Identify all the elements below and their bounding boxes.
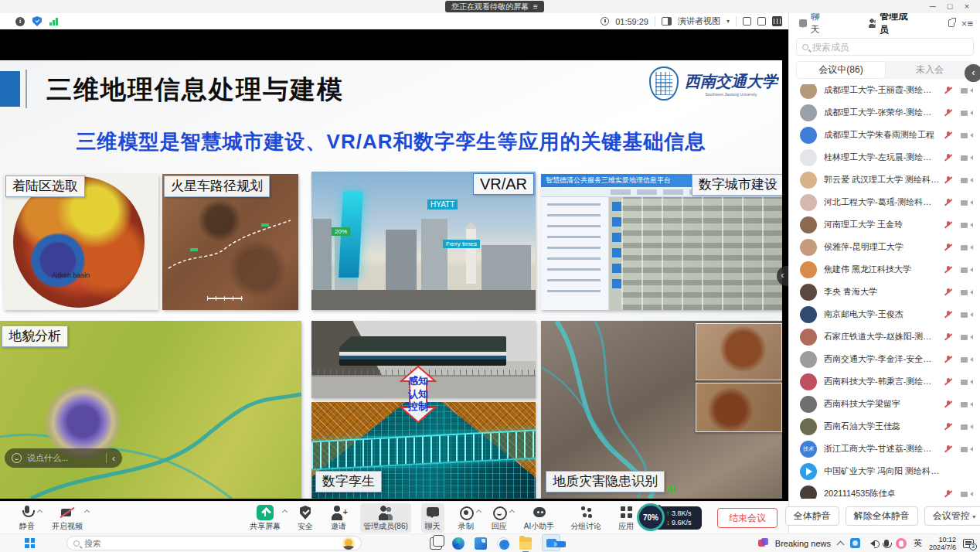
news-widget-icon[interactable]	[758, 538, 768, 548]
maximize-button[interactable]: □	[941, 0, 958, 12]
toolbar-item[interactable]: 管理成员(86)	[360, 503, 411, 533]
tab-in-meeting[interactable]: 会议中(86)	[796, 61, 886, 79]
mic-muted-icon[interactable]	[944, 355, 952, 364]
news-widget-label[interactable]: Breaking news	[775, 539, 831, 548]
member-row[interactable]: 西南石油大学王佳蕊	[789, 415, 980, 438]
toolbar-item[interactable]: 开启视频	[49, 503, 86, 533]
clock-date[interactable]: 10:12 2024/7/6	[929, 536, 956, 551]
member-row[interactable]: 技术 浙江工商大学-甘述荔-测绘科学与技术	[789, 438, 980, 460]
toolbar-item[interactable]: 安全	[294, 503, 317, 533]
camera-off-icon[interactable]	[961, 131, 971, 140]
notification-icon[interactable]: 3	[963, 539, 974, 548]
end-meeting-button[interactable]: 结束会议	[717, 508, 778, 528]
mic-muted-icon[interactable]	[944, 220, 952, 230]
member-row[interactable]: 西南交通大学-李金洋-安全科学与工程类	[789, 348, 980, 370]
toolbar-item[interactable]: 分组讨论	[567, 503, 604, 533]
chevron-up-icon[interactable]	[84, 509, 90, 515]
banner-menu-icon[interactable]: ≡	[533, 1, 538, 12]
member-row[interactable]: 南京邮电大学-王俊杰	[789, 303, 980, 325]
panel-side-chevron[interactable]: ‹	[965, 64, 980, 82]
toolbar-item[interactable]: 邀请	[327, 503, 350, 533]
member-row[interactable]: 桂林理工大学-左玩晨-测绘科学与技术	[789, 146, 980, 169]
chevron-down-icon[interactable]: ▾	[726, 18, 730, 25]
mic-muted-icon[interactable]	[944, 131, 952, 140]
camera-off-icon[interactable]	[961, 220, 971, 230]
camera-off-icon[interactable]	[961, 332, 971, 342]
volume-indicator[interactable]: 70%	[637, 503, 665, 531]
mic-muted-icon[interactable]	[944, 198, 952, 207]
member-row[interactable]: 河北工程大学-葛瑶-测绘科学与技术	[789, 191, 980, 213]
tab-chat[interactable]: 聊天	[799, 10, 825, 36]
info-icon[interactable]: i	[15, 17, 25, 26]
toolbar-item[interactable]: 回应	[488, 503, 511, 533]
task-view-icon[interactable]	[430, 537, 442, 550]
security-shield-icon[interactable]	[32, 16, 42, 26]
toolbar-item[interactable]: 共享屏幕	[247, 503, 284, 533]
file-explorer-icon[interactable]	[519, 537, 532, 550]
member-row[interactable]: 西南科技大学-韩秉言-测绘科学与技术	[789, 370, 980, 393]
chevron-left-icon[interactable]: ‹	[112, 453, 115, 464]
camera-off-icon[interactable]	[961, 243, 971, 252]
camera-off-icon[interactable]	[961, 422, 971, 431]
mic-muted-icon[interactable]	[944, 288, 952, 297]
quick-chat-bar[interactable]: 说点什么... ‹	[5, 448, 122, 468]
toolbar-item[interactable]: 聊天	[421, 503, 444, 533]
member-row[interactable]: 成都理工大学-王丽霞-测绘科学与技术	[789, 84, 980, 101]
tray-expand-icon[interactable]	[837, 540, 845, 548]
camera-off-icon[interactable]	[961, 108, 971, 118]
weather-icon[interactable]	[342, 537, 355, 550]
member-row[interactable]: 2021114535陈佳卓	[789, 482, 980, 499]
camera-off-icon[interactable]	[961, 355, 971, 364]
member-search-input[interactable]	[812, 42, 968, 53]
camera-off-icon[interactable]	[961, 288, 971, 297]
fullscreen-icon[interactable]	[743, 17, 751, 26]
recorder-tray-icon[interactable]	[850, 538, 860, 548]
mic-muted-icon[interactable]	[944, 243, 952, 252]
panel-menu-icon[interactable]: ≡	[967, 18, 973, 29]
panel-close-icon[interactable]: ×	[961, 18, 968, 29]
chevron-up-icon[interactable]	[37, 509, 43, 515]
mic-muted-icon[interactable]	[944, 86, 952, 95]
mic-muted-icon[interactable]	[944, 310, 952, 319]
member-search-box[interactable]	[796, 38, 974, 56]
mic-muted-icon[interactable]	[944, 422, 952, 431]
tab-manage-members[interactable]: 管理成员	[868, 10, 908, 36]
chevron-up-icon[interactable]	[282, 509, 288, 515]
camera-off-icon[interactable]	[961, 377, 971, 387]
member-row[interactable]: 中国矿业大学 冯向阳 测绘科学与技术	[789, 460, 980, 482]
mic-muted-icon[interactable]	[944, 445, 952, 454]
speaker-icon[interactable]	[867, 540, 875, 547]
tab-not-joined[interactable]: 未入会	[886, 61, 974, 79]
toolbar-item[interactable]: 应用	[614, 503, 638, 533]
mic-muted-icon[interactable]	[944, 265, 952, 274]
meeting-app-icon[interactable]	[542, 534, 560, 551]
chevron-up-icon[interactable]	[509, 509, 515, 515]
ime-indicator[interactable]: 英	[914, 537, 922, 549]
start-button[interactable]	[25, 538, 35, 548]
qq-tray-icon[interactable]	[896, 538, 907, 549]
minimize-button[interactable]: ─	[924, 0, 941, 12]
camera-off-icon[interactable]	[961, 489, 971, 499]
toolbar-item[interactable]: AI小助手	[521, 503, 557, 533]
camera-off-icon[interactable]	[961, 265, 971, 274]
toolbar-item[interactable]: 录制	[454, 503, 478, 533]
mic-muted-icon[interactable]	[944, 400, 952, 409]
camera-off-icon[interactable]	[961, 175, 971, 185]
member-row[interactable]: 石家庄铁道大学-赵姝阳-测绘科学与技术	[789, 325, 980, 348]
watching-banner[interactable]: 您正在观看待敬的屏幕 ≡	[445, 1, 544, 12]
popout-icon[interactable]	[948, 19, 954, 27]
browser-app-icon[interactable]	[497, 537, 509, 550]
member-row[interactable]: 成都理工大学朱春雨测绘工程	[789, 124, 980, 146]
camera-off-icon[interactable]	[961, 400, 971, 409]
toolbar-item[interactable]: 静音	[15, 503, 39, 533]
mic-muted-icon[interactable]	[944, 153, 952, 162]
meeting-control-button[interactable]: 会议管控 ▾	[924, 506, 980, 526]
mic-muted-icon[interactable]	[944, 489, 952, 499]
quick-chat-placeholder[interactable]: 说点什么...	[27, 452, 100, 464]
unmute-all-button[interactable]: 解除全体静音	[846, 506, 918, 526]
mic-muted-icon[interactable]	[944, 108, 952, 118]
close-button[interactable]: ×	[958, 0, 975, 12]
member-row[interactable]: 成都理工大学-张荣华-测绘科学与技术	[789, 101, 980, 124]
window-mode-icon[interactable]	[757, 17, 766, 26]
mic-muted-icon[interactable]	[944, 175, 952, 185]
